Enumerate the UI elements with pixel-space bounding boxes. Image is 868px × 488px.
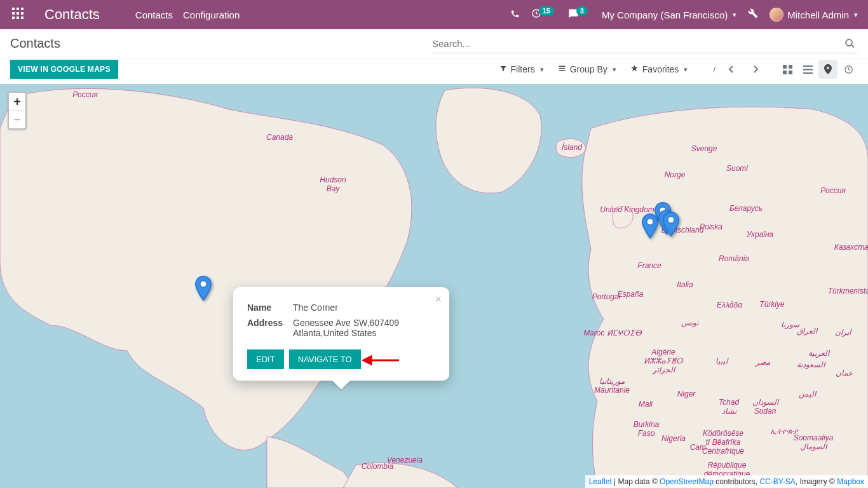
map-popup: × Name The Corner Address Genessee Ave S… — [233, 287, 449, 381]
view-activity-button[interactable] — [839, 60, 858, 79]
svg-rect-12 — [789, 65, 792, 69]
app-title: Contacts — [44, 6, 100, 23]
star-icon — [630, 64, 639, 74]
groupby-label: Group By — [570, 64, 607, 74]
zoom-out-button[interactable]: − — [9, 111, 25, 128]
zoom-control: + − — [8, 92, 27, 130]
svg-rect-1 — [17, 8, 19, 10]
close-icon[interactable]: × — [435, 294, 442, 305]
map-marker[interactable] — [195, 276, 212, 301]
svg-rect-6 — [12, 17, 15, 19]
view-list-button[interactable] — [798, 60, 817, 79]
company-switcher[interactable]: My Company (San Francisco) — [602, 10, 736, 20]
nav-menu-contacts[interactable]: Contacts — [135, 10, 173, 20]
view-in-google-maps-button[interactable]: VIEW IN GOOGLE MAPS — [10, 60, 118, 79]
debug-icon[interactable] — [748, 8, 758, 21]
control-panel-top: Contacts — [0, 29, 868, 58]
cc-link[interactable]: CC-BY-SA — [760, 477, 796, 486]
discuss-indicator[interactable]: 3 — [568, 8, 590, 22]
svg-rect-3 — [12, 12, 15, 15]
osm-link[interactable]: OpenStreetMap — [660, 477, 714, 486]
popup-name-value: The Corner — [293, 300, 435, 315]
top-navbar: Contacts Contacts Configuration 15 3 My … — [0, 0, 868, 29]
svg-rect-7 — [17, 17, 19, 19]
popup-name-label: Name — [247, 300, 293, 315]
svg-rect-4 — [17, 12, 19, 15]
svg-rect-13 — [783, 71, 787, 74]
zoom-in-button[interactable]: + — [9, 93, 25, 111]
list-icon — [558, 64, 566, 74]
svg-rect-14 — [789, 71, 792, 74]
popup-address-value: Genessee Ave SW,607409 Atlanta,United St… — [293, 315, 435, 341]
svg-rect-16 — [803, 69, 813, 70]
groupby-dropdown[interactable]: Group By — [558, 64, 616, 74]
user-name: Mitchell Admin — [787, 10, 849, 20]
edit-button[interactable]: EDIT — [247, 349, 284, 369]
svg-rect-11 — [783, 65, 787, 69]
svg-point-22 — [647, 219, 653, 225]
phone-icon[interactable] — [510, 9, 520, 21]
svg-rect-8 — [21, 17, 24, 19]
pager: / — [713, 65, 715, 74]
view-kanban-button[interactable] — [778, 60, 797, 79]
breadcrumb: Contacts — [10, 36, 60, 51]
pager-next-button[interactable] — [746, 60, 765, 79]
map-attribution: Leaflet | Map data © OpenStreetMap contr… — [585, 475, 868, 488]
map-marker[interactable] — [663, 212, 679, 237]
user-menu[interactable]: Mitchell Admin — [770, 8, 858, 22]
funnel-icon — [499, 64, 507, 74]
svg-rect-0 — [12, 8, 15, 10]
svg-rect-2 — [21, 8, 24, 10]
svg-rect-15 — [803, 65, 813, 67]
search-input[interactable] — [431, 34, 858, 53]
svg-rect-5 — [21, 12, 24, 15]
svg-point-10 — [846, 39, 852, 46]
popup-address-label: Address — [247, 315, 293, 341]
filters-dropdown[interactable]: Filters — [499, 64, 544, 74]
filters-label: Filters — [511, 64, 535, 74]
activity-badge: 15 — [539, 6, 554, 15]
navigate-to-button[interactable]: NAVIGATE TO — [289, 349, 361, 369]
svg-point-20 — [200, 281, 207, 287]
activity-indicator[interactable]: 15 — [531, 8, 557, 21]
company-name: My Company (San Francisco) — [602, 10, 728, 20]
nav-menu-configuration[interactable]: Configuration — [183, 10, 240, 20]
view-map-button[interactable] — [818, 60, 837, 79]
control-panel-bottom: VIEW IN GOOGLE MAPS Filters Group By Fav… — [0, 58, 868, 84]
search-icon[interactable] — [844, 38, 855, 52]
pager-prev-button[interactable] — [722, 60, 741, 79]
annotation-arrow — [362, 354, 400, 370]
favorites-dropdown[interactable]: Favorites — [630, 64, 688, 74]
nav-menu: Contacts Configuration — [135, 10, 240, 20]
mapbox-link[interactable]: Mapbox — [837, 477, 864, 486]
svg-rect-17 — [803, 72, 813, 74]
svg-point-25 — [668, 217, 674, 223]
favorites-label: Favorites — [642, 64, 679, 74]
leaflet-link[interactable]: Leaflet — [589, 477, 612, 486]
avatar — [770, 8, 783, 22]
chat-badge: 3 — [576, 6, 588, 15]
apps-icon[interactable] — [10, 8, 25, 22]
map-container[interactable]: + − CanadaHudsonBayUnited StatesMéxicoVe… — [0, 84, 868, 488]
